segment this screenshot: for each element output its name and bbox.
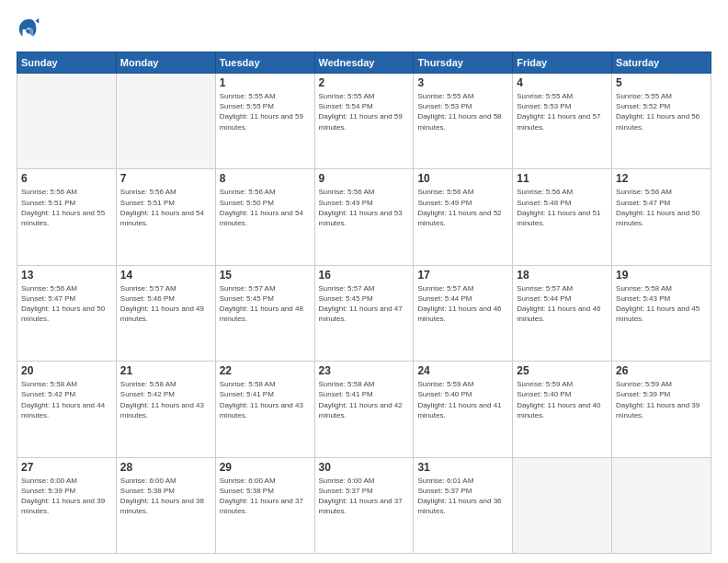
calendar-cell: 22Sunrise: 5:58 AMSunset: 5:41 PMDayligh… bbox=[215, 362, 314, 457]
day-info: Sunrise: 5:58 AMSunset: 5:41 PMDaylight:… bbox=[220, 379, 311, 420]
calendar-cell: 20Sunrise: 5:58 AMSunset: 5:42 PMDayligh… bbox=[17, 362, 117, 457]
calendar-cell: 4Sunrise: 5:55 AMSunset: 5:53 PMDaylight… bbox=[513, 74, 612, 169]
calendar-cell: 2Sunrise: 5:55 AMSunset: 5:54 PMDaylight… bbox=[314, 74, 414, 169]
day-info: Sunrise: 6:00 AMSunset: 5:37 PMDaylight:… bbox=[319, 476, 410, 517]
day-info: Sunrise: 5:55 AMSunset: 5:53 PMDaylight:… bbox=[417, 91, 508, 132]
day-info: Sunrise: 5:56 AMSunset: 5:51 PMDaylight:… bbox=[21, 187, 112, 228]
weekday-header-friday: Friday bbox=[513, 52, 612, 74]
day-number: 1 bbox=[220, 76, 311, 89]
day-number: 11 bbox=[517, 172, 608, 185]
calendar-cell: 10Sunrise: 5:56 AMSunset: 5:49 PMDayligh… bbox=[414, 169, 513, 265]
logo bbox=[17, 17, 46, 42]
day-number: 3 bbox=[417, 76, 508, 89]
weekday-header-wednesday: Wednesday bbox=[314, 52, 414, 74]
day-info: Sunrise: 5:55 AMSunset: 5:53 PMDaylight:… bbox=[517, 91, 608, 132]
calendar-cell: 1Sunrise: 5:55 AMSunset: 5:55 PMDaylight… bbox=[215, 74, 314, 169]
calendar-week-row: 6Sunrise: 5:56 AMSunset: 5:51 PMDaylight… bbox=[17, 169, 711, 265]
calendar-cell: 21Sunrise: 5:58 AMSunset: 5:42 PMDayligh… bbox=[116, 362, 215, 457]
day-info: Sunrise: 5:55 AMSunset: 5:55 PMDaylight:… bbox=[220, 91, 311, 132]
calendar-cell: 31Sunrise: 6:01 AMSunset: 5:37 PMDayligh… bbox=[414, 457, 513, 553]
day-number: 19 bbox=[616, 269, 707, 282]
day-number: 23 bbox=[319, 364, 410, 377]
page: SundayMondayTuesdayWednesdayThursdayFrid… bbox=[0, 0, 728, 563]
day-info: Sunrise: 5:59 AMSunset: 5:40 PMDaylight:… bbox=[517, 379, 608, 420]
day-number: 20 bbox=[21, 364, 112, 377]
day-info: Sunrise: 5:59 AMSunset: 5:39 PMDaylight:… bbox=[616, 379, 707, 420]
day-number: 16 bbox=[319, 269, 410, 282]
day-number: 30 bbox=[319, 461, 410, 474]
weekday-header-monday: Monday bbox=[116, 52, 215, 74]
weekday-header-sunday: Sunday bbox=[17, 52, 117, 74]
logo-icon bbox=[17, 17, 42, 42]
day-info: Sunrise: 5:56 AMSunset: 5:47 PMDaylight:… bbox=[616, 187, 707, 228]
day-number: 28 bbox=[120, 461, 211, 474]
day-number: 9 bbox=[319, 172, 410, 185]
day-info: Sunrise: 6:00 AMSunset: 5:38 PMDaylight:… bbox=[120, 476, 211, 517]
day-number: 12 bbox=[616, 172, 707, 185]
day-info: Sunrise: 5:57 AMSunset: 5:45 PMDaylight:… bbox=[319, 283, 410, 325]
day-info: Sunrise: 5:57 AMSunset: 5:44 PMDaylight:… bbox=[517, 283, 608, 325]
calendar-cell: 24Sunrise: 5:59 AMSunset: 5:40 PMDayligh… bbox=[414, 362, 513, 457]
calendar-cell: 26Sunrise: 5:59 AMSunset: 5:39 PMDayligh… bbox=[612, 362, 711, 457]
calendar-week-row: 1Sunrise: 5:55 AMSunset: 5:55 PMDaylight… bbox=[17, 74, 711, 169]
calendar-cell bbox=[513, 457, 612, 553]
weekday-header-tuesday: Tuesday bbox=[215, 52, 314, 74]
day-number: 4 bbox=[517, 76, 608, 89]
calendar-week-row: 27Sunrise: 6:00 AMSunset: 5:39 PMDayligh… bbox=[17, 457, 711, 553]
calendar-cell: 6Sunrise: 5:56 AMSunset: 5:51 PMDaylight… bbox=[17, 169, 117, 265]
calendar-cell: 12Sunrise: 5:56 AMSunset: 5:47 PMDayligh… bbox=[612, 169, 711, 265]
day-info: Sunrise: 6:00 AMSunset: 5:38 PMDaylight:… bbox=[220, 476, 311, 517]
day-info: Sunrise: 5:58 AMSunset: 5:42 PMDaylight:… bbox=[21, 379, 112, 420]
day-number: 6 bbox=[21, 172, 112, 185]
calendar-cell bbox=[116, 74, 215, 169]
calendar-cell: 3Sunrise: 5:55 AMSunset: 5:53 PMDaylight… bbox=[414, 74, 513, 169]
day-number: 25 bbox=[517, 364, 608, 377]
calendar-cell bbox=[612, 457, 711, 553]
calendar-cell: 15Sunrise: 5:57 AMSunset: 5:45 PMDayligh… bbox=[215, 265, 314, 361]
calendar-cell: 13Sunrise: 5:56 AMSunset: 5:47 PMDayligh… bbox=[17, 265, 117, 361]
day-info: Sunrise: 5:56 AMSunset: 5:49 PMDaylight:… bbox=[319, 187, 410, 228]
day-number: 8 bbox=[220, 172, 311, 185]
day-info: Sunrise: 5:59 AMSunset: 5:40 PMDaylight:… bbox=[417, 379, 508, 420]
calendar-cell: 14Sunrise: 5:57 AMSunset: 5:46 PMDayligh… bbox=[116, 265, 215, 361]
calendar-cell: 30Sunrise: 6:00 AMSunset: 5:37 PMDayligh… bbox=[314, 457, 414, 553]
day-info: Sunrise: 5:57 AMSunset: 5:45 PMDaylight:… bbox=[220, 283, 311, 325]
day-number: 31 bbox=[417, 461, 508, 474]
calendar-cell: 5Sunrise: 5:55 AMSunset: 5:52 PMDaylight… bbox=[612, 74, 711, 169]
day-info: Sunrise: 5:55 AMSunset: 5:54 PMDaylight:… bbox=[319, 91, 410, 132]
day-info: Sunrise: 5:56 AMSunset: 5:47 PMDaylight:… bbox=[21, 283, 112, 325]
calendar-cell: 19Sunrise: 5:58 AMSunset: 5:43 PMDayligh… bbox=[612, 265, 711, 361]
calendar-cell: 28Sunrise: 6:00 AMSunset: 5:38 PMDayligh… bbox=[116, 457, 215, 553]
calendar-cell: 23Sunrise: 5:58 AMSunset: 5:41 PMDayligh… bbox=[314, 362, 414, 457]
day-info: Sunrise: 5:58 AMSunset: 5:41 PMDaylight:… bbox=[319, 379, 410, 420]
day-info: Sunrise: 5:56 AMSunset: 5:48 PMDaylight:… bbox=[517, 187, 608, 228]
weekday-header-saturday: Saturday bbox=[612, 52, 711, 74]
day-number: 2 bbox=[319, 76, 410, 89]
day-info: Sunrise: 5:56 AMSunset: 5:49 PMDaylight:… bbox=[417, 187, 508, 228]
calendar-cell: 9Sunrise: 5:56 AMSunset: 5:49 PMDaylight… bbox=[314, 169, 414, 265]
day-number: 5 bbox=[616, 76, 707, 89]
day-number: 26 bbox=[616, 364, 707, 377]
day-number: 21 bbox=[120, 364, 211, 377]
day-number: 7 bbox=[120, 172, 211, 185]
calendar-table: SundayMondayTuesdayWednesdayThursdayFrid… bbox=[17, 52, 711, 554]
day-number: 18 bbox=[517, 269, 608, 282]
day-info: Sunrise: 5:56 AMSunset: 5:51 PMDaylight:… bbox=[120, 187, 211, 228]
calendar-cell: 11Sunrise: 5:56 AMSunset: 5:48 PMDayligh… bbox=[513, 169, 612, 265]
day-info: Sunrise: 5:55 AMSunset: 5:52 PMDaylight:… bbox=[616, 91, 707, 132]
day-number: 29 bbox=[220, 461, 311, 474]
calendar-cell: 8Sunrise: 5:56 AMSunset: 5:50 PMDaylight… bbox=[215, 169, 314, 265]
calendar-cell: 27Sunrise: 6:00 AMSunset: 5:39 PMDayligh… bbox=[17, 457, 117, 553]
weekday-header-row: SundayMondayTuesdayWednesdayThursdayFrid… bbox=[17, 52, 711, 74]
day-number: 13 bbox=[21, 269, 112, 282]
day-number: 24 bbox=[417, 364, 508, 377]
weekday-header-thursday: Thursday bbox=[414, 52, 513, 74]
calendar-cell: 25Sunrise: 5:59 AMSunset: 5:40 PMDayligh… bbox=[513, 362, 612, 457]
day-info: Sunrise: 5:58 AMSunset: 5:43 PMDaylight:… bbox=[616, 283, 707, 325]
day-number: 14 bbox=[120, 269, 211, 282]
calendar-cell: 7Sunrise: 5:56 AMSunset: 5:51 PMDaylight… bbox=[116, 169, 215, 265]
calendar-cell: 29Sunrise: 6:00 AMSunset: 5:38 PMDayligh… bbox=[215, 457, 314, 553]
day-info: Sunrise: 5:58 AMSunset: 5:42 PMDaylight:… bbox=[120, 379, 211, 420]
day-number: 22 bbox=[220, 364, 311, 377]
day-number: 10 bbox=[417, 172, 508, 185]
